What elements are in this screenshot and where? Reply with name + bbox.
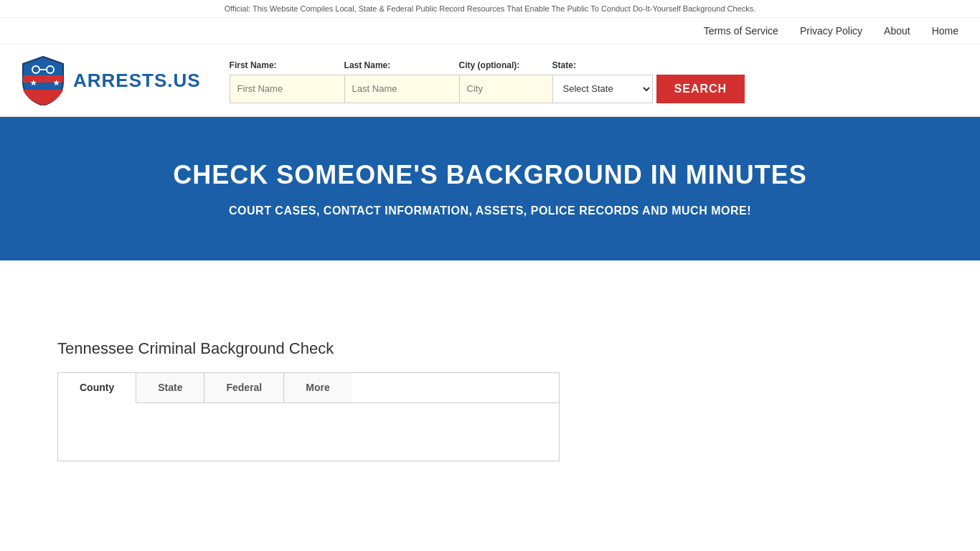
home-link[interactable]: Home — [932, 25, 958, 37]
tab-state[interactable]: State — [136, 373, 204, 402]
state-label: State: — [552, 60, 576, 72]
section-title: Tennessee Criminal Background Check — [57, 339, 923, 358]
header: ★ ★ ARRESTS.US First Name: Last Name: Ci… — [0, 44, 980, 117]
last-name-input[interactable] — [344, 75, 459, 103]
tabs-container: County State Federal More — [57, 372, 560, 461]
logo-link[interactable]: ★ ★ ARRESTS.US — [22, 55, 201, 105]
first-name-label: First Name: — [230, 60, 277, 72]
svg-text:★: ★ — [30, 79, 37, 87]
svg-text:★: ★ — [53, 79, 60, 87]
tab-federal[interactable]: Federal — [204, 373, 284, 402]
search-button[interactable]: SEARCH — [656, 75, 745, 103]
about-link[interactable]: About — [884, 25, 910, 37]
terms-link[interactable]: Terms of Service — [704, 25, 778, 37]
state-select[interactable]: Select State Alabama Alaska Arizona Arka… — [552, 75, 653, 103]
search-area: First Name: Last Name: City (optional): … — [230, 58, 958, 103]
hero-subtitle: COURT CASES, CONTACT INFORMATION, ASSETS… — [22, 204, 958, 217]
city-label: City (optional): — [459, 60, 520, 72]
first-name-input[interactable] — [230, 75, 344, 103]
announcement-text: Official: This Website Compiles Local, S… — [225, 4, 756, 13]
tabs-header: County State Federal More — [58, 373, 559, 403]
city-input[interactable] — [459, 75, 552, 103]
tab-more[interactable]: More — [284, 373, 351, 402]
privacy-link[interactable]: Privacy Policy — [800, 25, 862, 37]
nav-bar: Terms of Service Privacy Policy About Ho… — [0, 18, 980, 44]
logo-text: ARRESTS.US — [73, 70, 201, 92]
hero-section: CHECK SOMEONE'S BACKGROUND IN MINUTES CO… — [0, 117, 980, 260]
tab-county[interactable]: County — [58, 373, 136, 403]
last-name-label: Last Name: — [344, 60, 391, 72]
tab-content — [58, 403, 559, 461]
search-row: Select State Alabama Alaska Arizona Arka… — [230, 75, 958, 103]
hero-title: CHECK SOMEONE'S BACKGROUND IN MINUTES — [22, 160, 958, 190]
logo-shield-icon: ★ ★ — [22, 55, 65, 105]
main-content: Tennessee Criminal Background Check Coun… — [0, 318, 980, 483]
announcement-bar: Official: This Website Compiles Local, S… — [0, 0, 980, 18]
